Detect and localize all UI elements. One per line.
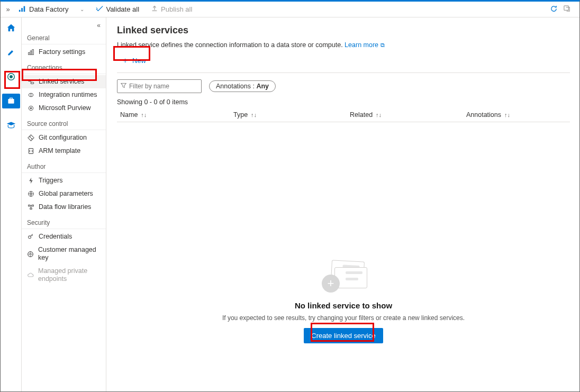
group-general: General [22,29,106,44]
collapse-side-icon[interactable]: « [22,22,106,29]
filter-input-wrapper[interactable] [117,79,202,93]
learn-more-link[interactable]: Learn more [345,41,378,49]
nav-purview[interactable]: Microsoft Purview [22,102,106,115]
validate-all-button[interactable]: Validate all [96,5,139,14]
svg-point-13 [30,107,31,108]
svg-rect-9 [32,50,33,55]
git-icon [27,134,34,141]
main-content: Linked services Linked service defines t… [106,17,579,391]
group-source-control: Source control [22,115,106,130]
create-linked-service-button[interactable]: Create linked service [304,328,383,343]
link-icon [27,78,34,85]
plus-icon: ＋ [121,56,129,66]
empty-graphic: + [320,260,367,297]
nav-label: Credentials [39,233,72,241]
nav-linked-services[interactable]: Linked services [22,75,106,88]
group-author: Author [22,158,106,173]
svg-rect-7 [28,52,29,54]
divider [117,72,570,73]
upload-icon [151,5,158,14]
cmk-icon [27,251,34,258]
svg-rect-18 [28,205,30,206]
chevron-down-icon: ⌄ [80,6,84,12]
sort-icon: ↑↓ [504,112,510,118]
nav-label: Factory settings [39,48,85,56]
col-related[interactable]: Related↑↓ [350,111,466,118]
nav-label: Triggers [39,177,62,185]
feedback-icon[interactable] [563,5,571,14]
new-label: New [132,57,146,65]
expand-left-rail-icon[interactable]: » [4,5,12,13]
new-button[interactable]: ＋ New [117,53,150,68]
nav-label: Git configuration [39,134,87,142]
nav-triggers[interactable]: Triggers [22,174,106,187]
svg-rect-2 [24,6,25,12]
cloud-icon [27,272,34,279]
nav-label: Integration runtimes [39,91,97,99]
nav-arm[interactable]: ARM template [22,144,106,158]
sort-icon: ↑↓ [251,112,257,118]
filter-icon [121,83,126,90]
nav-dataflow-libs[interactable]: Data flow libraries [22,200,106,214]
flow-icon [27,204,34,211]
svg-rect-3 [564,5,568,10]
svg-point-23 [30,253,31,254]
table-header: Name↑↓ Type↑↓ Related↑↓ Annotations↑↓ [117,111,570,122]
product-switcher[interactable]: Data Factory ⌄ [19,5,84,14]
page-description: Linked service defines the connection in… [117,41,570,49]
rail-author[interactable] [2,45,20,60]
empty-state: + No linked service to show If you expec… [117,260,570,343]
svg-rect-1 [21,8,23,12]
empty-heading: No linked service to show [295,301,392,310]
product-name: Data Factory [29,5,68,13]
nav-label: Customer managed key [38,246,101,262]
col-name[interactable]: Name↑↓ [117,111,233,118]
svg-rect-8 [30,51,31,54]
col-annotations[interactable]: Annotations↑↓ [466,111,570,118]
key-icon [27,233,34,240]
rail-learn[interactable] [2,118,20,133]
showing-count: Showing 0 - 0 of 0 items [117,98,570,106]
external-link-icon: ⧉ [380,42,385,48]
publish-all-label: Publish all [161,5,192,13]
annotations-filter[interactable]: Annotations : Any [209,80,276,92]
template-icon [27,148,34,154]
nav-git[interactable]: Git configuration [22,131,106,144]
sort-icon: ↑↓ [376,112,382,118]
rail-manage[interactable] [2,94,20,108]
filter-by-name-input[interactable] [129,83,198,90]
runtime-icon [27,92,34,98]
trigger-icon [27,177,34,184]
side-panel: « General Factory settings Connections L… [22,17,106,391]
nav-label: Microsoft Purview [39,104,91,112]
nav-label: Linked services [39,78,84,86]
group-connections: Connections [22,59,106,74]
col-type[interactable]: Type↑↓ [233,111,350,118]
left-rail [1,17,22,391]
validate-all-label: Validate all [106,5,139,13]
refresh-icon[interactable] [550,5,558,14]
nav-global-params[interactable]: Global parameters [22,187,106,200]
svg-rect-19 [32,205,33,206]
plus-circle-icon: + [322,275,340,293]
nav-label: Managed private endpoints [38,267,101,283]
nav-cmk[interactable]: Customer managed key [22,243,106,265]
publish-all-button: Publish all [151,5,192,14]
svg-rect-0 [19,10,21,12]
purview-icon [27,105,34,112]
data-factory-icon [19,5,26,14]
svg-point-5 [10,76,12,78]
group-security: Security [22,214,106,229]
nav-label: Data flow libraries [39,203,91,211]
nav-integration-runtimes[interactable]: Integration runtimes [22,88,106,102]
rail-home[interactable] [2,21,20,35]
nav-label: ARM template [39,147,80,155]
sort-icon: ↑↓ [141,112,147,118]
nav-label: Global parameters [39,190,93,198]
nav-credentials[interactable]: Credentials [22,230,106,243]
settings-icon [27,49,34,56]
svg-rect-6 [8,99,14,104]
nav-factory-settings[interactable]: Factory settings [22,45,106,59]
globe-icon [27,190,34,197]
rail-monitor[interactable] [2,69,20,84]
